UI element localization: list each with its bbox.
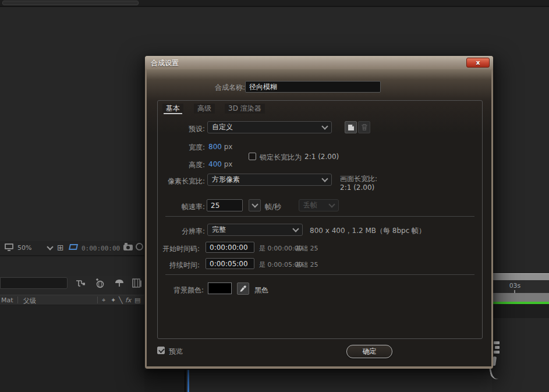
frame-aspect-label: 画面长宽比: — [340, 174, 377, 184]
viewer-timecode[interactable]: 0:00:00:00 — [82, 245, 120, 252]
height-value: 400 px — [208, 160, 232, 168]
separator — [165, 274, 474, 275]
lock-aspect-label: 锁定长宽比为 — [260, 153, 302, 163]
separator — [165, 216, 474, 217]
region-of-interest-icon[interactable] — [69, 244, 78, 250]
panel-gap — [0, 256, 144, 276]
watermark-fragment — [494, 341, 500, 344]
panel-divider-line — [185, 370, 186, 392]
save-preset-button[interactable] — [345, 121, 357, 133]
top-panel-strip — [0, 0, 549, 7]
start-timecode-label: 开始时间码: — [157, 244, 200, 254]
ok-button[interactable]: 确定 — [346, 345, 392, 358]
composition-settings-dialog: 合成设置 x 合成名称: 基本 高级 3D 渲染器 预设: 自定义 — [145, 56, 493, 369]
dialog-title: 合成设置 — [151, 58, 179, 68]
tab-advanced[interactable]: 高级 — [194, 104, 215, 114]
resolution-label: 分辨率: — [168, 227, 205, 236]
timeline-track-area — [493, 304, 549, 318]
quality-icon[interactable]: ╲ — [119, 296, 123, 304]
trash-icon — [361, 123, 368, 131]
duration-label: 持续时间: — [157, 260, 200, 270]
height-label: 高度: — [168, 160, 205, 170]
viewer-zoom-level[interactable]: 50% — [17, 244, 31, 252]
fps-unit-label: 帧/秒 — [265, 202, 281, 212]
composition-name-input[interactable] — [245, 81, 381, 93]
bg-color-swatch[interactable] — [208, 282, 232, 294]
bg-color-label: 背景颜色: — [161, 285, 204, 295]
resolution-info: 800 x 400，1.2 MB（每 8bpc 帧） — [310, 226, 426, 236]
bottom-panel-right — [189, 370, 492, 392]
chevron-down-icon — [321, 123, 328, 129]
app-root: 50% ⊞ 0:00:00:00 — [0, 0, 549, 392]
eyedropper-icon — [239, 285, 247, 292]
frame-blend-icon[interactable] — [132, 278, 142, 288]
parent-column-label[interactable]: 父级 — [23, 296, 36, 305]
frame-aspect-value: 2:1 (2.00) — [340, 183, 374, 192]
drop-frame-value: 丢帧 — [303, 200, 317, 210]
trkmat-column-label[interactable]: Mat — [1, 296, 13, 304]
close-icon: x — [476, 59, 480, 66]
fx-icon[interactable]: fx — [125, 296, 131, 304]
frame-rate-dropdown-button[interactable] — [249, 199, 261, 211]
mini-flowchart-icon[interactable] — [75, 278, 86, 288]
timeline-scrollbar[interactable] — [493, 273, 549, 280]
preset-dropdown[interactable]: 自定义 — [207, 121, 332, 133]
start-timecode-base: 基础 25 — [295, 244, 318, 253]
resolution-dropdown[interactable]: 完整 — [207, 224, 303, 236]
column-divider — [17, 296, 18, 303]
resolution-value: 完整 — [212, 225, 226, 235]
time-ruler[interactable]: 03s — [493, 280, 549, 293]
preset-label: 预设: — [168, 124, 205, 134]
close-button[interactable]: x — [466, 58, 490, 68]
composition-name-label: 合成名称: — [180, 83, 245, 93]
preset-value: 自定义 — [212, 122, 233, 132]
top-panel-tab[interactable] — [2, 1, 139, 5]
chevron-down-icon — [321, 175, 328, 182]
chevron-down-icon[interactable] — [47, 243, 53, 250]
chevron-down-icon — [252, 201, 258, 207]
lock-aspect-ratio: 2:1 (2.00) — [304, 153, 339, 161]
pixel-aspect-dropdown[interactable]: 方形像素 — [207, 174, 332, 186]
preview-label: 预览 — [169, 347, 183, 356]
drop-frame-dropdown: 丢帧 — [299, 199, 339, 211]
delete-preset-button[interactable] — [358, 121, 370, 133]
save-preset-icon — [348, 124, 355, 131]
grid-options-icon[interactable]: ⊞ — [57, 243, 64, 252]
snapshot-camera-icon[interactable] — [123, 245, 133, 250]
width-label: 宽度: — [168, 143, 205, 153]
tab-basic[interactable]: 基本 — [162, 104, 183, 114]
shy-icon[interactable]: ⌖ — [102, 296, 105, 304]
magnification-icon[interactable] — [5, 243, 13, 249]
bottom-panel-left — [144, 370, 185, 392]
dialog-titlebar[interactable]: 合成设置 x — [145, 56, 493, 69]
bg-color-name: 黑色 — [254, 285, 268, 295]
active-tab-underline — [164, 113, 182, 114]
show-channels-icon[interactable] — [136, 243, 143, 250]
work-area-bar[interactable] — [493, 293, 549, 302]
collapse-icon[interactable]: ✦ — [111, 296, 116, 304]
pixel-aspect-label: 像素长宽比: — [157, 176, 205, 186]
watermark-fragment — [495, 346, 500, 349]
frame-rate-input[interactable] — [207, 199, 243, 211]
ruler-time-label: 03s — [493, 282, 537, 289]
viewer-toolbar: 50% ⊞ 0:00:00:00 — [0, 241, 144, 256]
eyedropper-button[interactable] — [237, 282, 249, 295]
timeline-toolbar — [0, 276, 144, 291]
start-timecode-input[interactable] — [206, 242, 254, 253]
column-divider — [97, 296, 98, 303]
duration-input[interactable] — [206, 258, 254, 269]
shy-layers-icon[interactable] — [114, 278, 125, 288]
timeline-search-box[interactable] — [0, 277, 68, 289]
watermark-fragment — [494, 351, 500, 354]
timeline-empty-area — [0, 305, 144, 392]
timeline-column-header: Mat 父级 ⌖ ✦ ╲ fx ▤ — [0, 295, 144, 305]
tab-3d-renderer[interactable]: 3D 渲染器 — [225, 104, 265, 114]
draft-3d-icon[interactable] — [94, 278, 105, 288]
preview-checkbox[interactable] — [157, 347, 165, 354]
frame-blend-column-icon[interactable]: ▤ — [134, 296, 140, 304]
width-value: 800 px — [208, 143, 232, 151]
lock-aspect-checkbox[interactable] — [249, 153, 256, 160]
chevron-down-icon — [292, 225, 299, 232]
settings-groupbox — [157, 100, 483, 339]
ok-button-label: 确定 — [363, 347, 377, 356]
